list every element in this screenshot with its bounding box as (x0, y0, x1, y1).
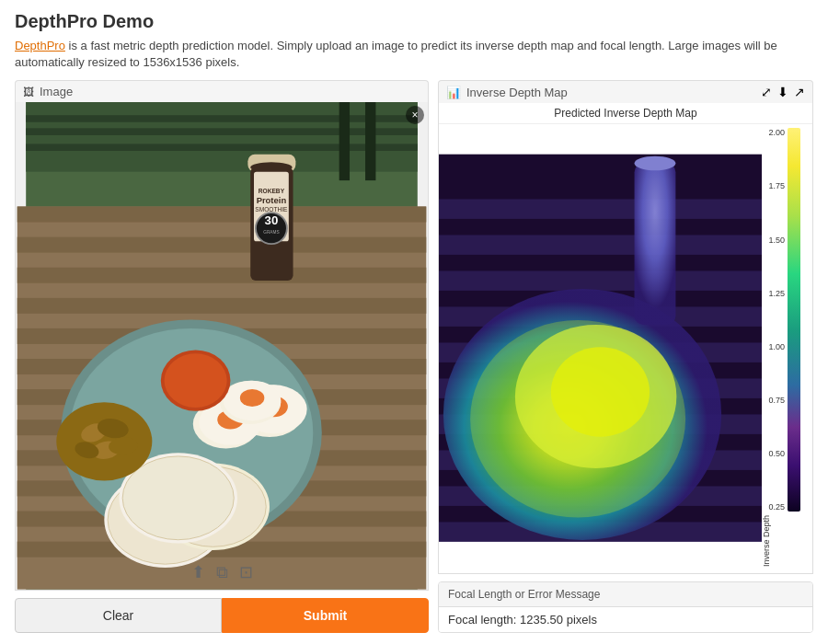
food-image: ROKEBY Protein SMOOTHIE 30 GRAMS (16, 102, 428, 590)
panels: 🖼 Image (15, 80, 813, 633)
submit-button[interactable]: Submit (222, 598, 429, 633)
image-tab-label: Image (40, 85, 73, 98)
colorbar-labels: 2.00 1.75 1.50 1.25 1.00 0.75 0.50 0.25 (762, 128, 788, 512)
svg-rect-1 (26, 102, 418, 172)
svg-rect-3 (26, 129, 418, 136)
depth-tab-label: Inverse Depth Map (466, 86, 568, 99)
expand-icon[interactable]: ⤢ (761, 85, 772, 99)
svg-text:GRAMS: GRAMS (263, 230, 279, 235)
svg-text:SMOOTHIE: SMOOTHIE (255, 207, 288, 213)
depth-tab-icon: 📊 (446, 86, 461, 99)
focal-value: Focal length: 1235.50 pixels (439, 607, 812, 632)
depth-map-content: 2.00 1.75 1.50 1.25 1.00 0.75 0.50 0.25 (439, 124, 812, 570)
panel-header-icons: ⤢ ⬇ ↗ (761, 85, 805, 99)
depth-map-svg (439, 124, 762, 570)
svg-rect-8 (17, 207, 427, 223)
depth-panel-header: 📊 Inverse Depth Map ⤢ ⬇ ↗ (438, 80, 813, 103)
svg-text:Protein: Protein (257, 195, 287, 205)
app-title: DepthPro Demo (15, 11, 813, 32)
image-panel-header: 🖼 Image (15, 80, 429, 102)
share-icon[interactable]: ↗ (794, 85, 805, 99)
svg-rect-72 (439, 155, 762, 540)
colorbar-area: 2.00 1.75 1.50 1.25 1.00 0.75 0.50 0.25 (762, 124, 812, 570)
depthpro-link[interactable]: DepthPro (15, 39, 65, 52)
svg-point-46 (240, 389, 264, 407)
clear-button[interactable]: Clear (15, 598, 222, 633)
right-panel: 📊 Inverse Depth Map ⤢ ⬇ ↗ Predicted Inve… (438, 80, 813, 633)
svg-point-37 (122, 456, 234, 540)
colorbar-title: Inverse Depth (762, 515, 811, 567)
image-tab-icon: 🖼 (23, 86, 34, 98)
paste-button[interactable]: ⊡ (239, 562, 253, 582)
colorbar-gradient (788, 128, 800, 512)
image-box: ROKEBY Protein SMOOTHIE 30 GRAMS (15, 102, 429, 591)
svg-text:30: 30 (265, 214, 279, 228)
left-panel: 🖼 Image (15, 80, 429, 633)
upload-button[interactable]: ⬆ (191, 562, 205, 582)
chart-title: Predicted Inverse Depth Map (439, 103, 812, 124)
svg-rect-6 (365, 102, 375, 180)
svg-rect-11 (17, 298, 427, 314)
svg-rect-9 (17, 237, 427, 253)
focal-header: Focal Length or Error Message (439, 582, 812, 607)
svg-rect-2 (26, 116, 418, 123)
app-container: DepthPro Demo DepthPro is a fast metric … (0, 0, 828, 644)
svg-point-22 (250, 163, 292, 173)
svg-rect-4 (26, 144, 418, 152)
svg-point-54 (165, 354, 227, 408)
depth-map-area: Predicted Inverse Depth Map (438, 103, 813, 574)
download-icon[interactable]: ⬇ (777, 85, 788, 99)
svg-rect-10 (17, 268, 427, 283)
action-buttons: Clear Submit (15, 598, 429, 633)
svg-point-47 (56, 403, 152, 481)
description-text: is a fast metric depth prediction model.… (15, 39, 777, 69)
svg-text:ROKEBY: ROKEBY (259, 189, 285, 195)
svg-rect-5 (339, 102, 350, 180)
colorbar-wrapper: 2.00 1.75 1.50 1.25 1.00 0.75 0.50 0.25 (762, 128, 811, 512)
app-description: DepthPro is a fast metric depth predicti… (15, 38, 813, 71)
focal-length-box: Focal Length or Error Message Focal leng… (438, 581, 813, 633)
copy-button[interactable]: ⧉ (216, 563, 228, 582)
upload-actions: ⬆ ⧉ ⊡ (191, 562, 253, 582)
